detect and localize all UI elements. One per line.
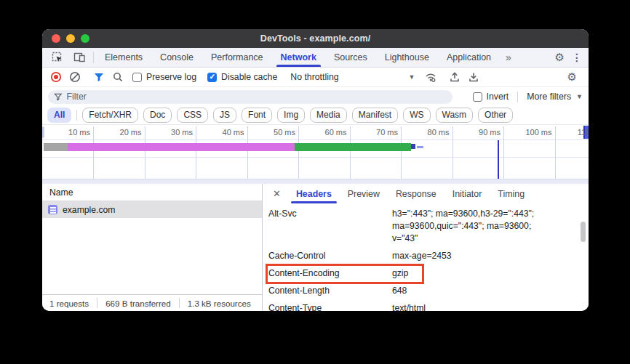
preserve-log-checkbox[interactable] bbox=[132, 73, 142, 82]
throttling-select[interactable]: No throttling ▼ bbox=[290, 72, 415, 82]
document-icon bbox=[48, 205, 57, 214]
minimize-window-button[interactable] bbox=[66, 34, 75, 43]
header-value: max-age=2453 bbox=[392, 250, 559, 262]
filter-input-pill[interactable] bbox=[48, 90, 452, 104]
details-tab-strip: ✕ Headers Preview Response Initiator Tim… bbox=[263, 184, 589, 203]
disable-cache-label: Disable cache bbox=[221, 72, 277, 82]
chip-other[interactable]: Other bbox=[478, 108, 513, 123]
more-filters-label: More filters bbox=[527, 92, 571, 102]
record-network-log-icon[interactable] bbox=[47, 68, 65, 86]
chip-ws[interactable]: WS bbox=[403, 108, 430, 123]
resource-type-filter-row: All Fetch/XHR Doc CSS JS Font Img Media … bbox=[42, 106, 589, 125]
tab-timing[interactable]: Timing bbox=[490, 184, 533, 203]
zoom-window-button[interactable] bbox=[81, 34, 89, 43]
window-title: DevTools - example.com/ bbox=[260, 33, 370, 44]
chip-media[interactable]: Media bbox=[310, 108, 347, 123]
network-conditions-icon[interactable] bbox=[421, 68, 440, 86]
chip-fetch-xhr[interactable]: Fetch/XHR bbox=[82, 108, 138, 123]
timeline-gridline bbox=[503, 126, 504, 179]
chip-wasm[interactable]: Wasm bbox=[436, 108, 474, 123]
invert-toggle[interactable]: Invert bbox=[473, 92, 509, 102]
waterfall-segment-download bbox=[295, 143, 411, 151]
tab-lighthouse[interactable]: Lighthouse bbox=[376, 48, 438, 67]
header-name: Content-Length bbox=[268, 285, 392, 297]
timeline-row-line bbox=[42, 157, 589, 158]
waterfall-segment-request bbox=[68, 143, 295, 151]
tab-console[interactable]: Console bbox=[151, 48, 202, 67]
tab-sources[interactable]: Sources bbox=[325, 48, 376, 67]
inspect-element-icon[interactable] bbox=[47, 48, 68, 67]
filter-input[interactable] bbox=[67, 92, 447, 102]
device-toolbar-icon[interactable] bbox=[68, 48, 91, 67]
vertical-scrollbar-thumb[interactable] bbox=[581, 222, 586, 242]
devtools-window: DevTools - example.com/ Elements Console… bbox=[42, 29, 589, 311]
close-window-button[interactable] bbox=[52, 34, 60, 43]
timeline-tick-label: 30 ms bbox=[152, 128, 193, 137]
timeline-tick-label: 110 ms bbox=[562, 128, 589, 137]
timeline-bottom-band bbox=[42, 179, 589, 184]
requests-panel: Name example.com 1 requests 669 B transf… bbox=[42, 184, 263, 311]
header-row-cache-control: Cache-Control max-age=2453 bbox=[268, 250, 589, 262]
clear-network-log-icon[interactable] bbox=[65, 68, 84, 86]
network-status-bar: 1 requests 669 B transferred 1.3 kB reso… bbox=[42, 294, 262, 311]
header-row-content-encoding: Content-Encoding gzip bbox=[268, 267, 589, 280]
waterfall-end-dash bbox=[417, 146, 423, 148]
header-value: text/html bbox=[392, 302, 559, 311]
timeline-tick-label: 50 ms bbox=[255, 128, 295, 137]
header-value: h3=":443"; ma=93600,h3-29=":443"; ma=936… bbox=[392, 208, 559, 245]
close-icon[interactable]: ✕ bbox=[270, 184, 288, 203]
search-icon[interactable] bbox=[108, 68, 127, 86]
timeline-gridline bbox=[93, 126, 94, 179]
request-row-example-com[interactable]: example.com bbox=[42, 201, 262, 218]
name-column-header[interactable]: Name bbox=[42, 184, 262, 201]
settings-gear-icon[interactable]: ⚙ bbox=[549, 48, 570, 67]
network-toolbar: Preserve log Disable cache No throttling… bbox=[42, 68, 589, 87]
filter-row: Invert More filters ▼ bbox=[42, 87, 589, 106]
tab-elements[interactable]: Elements bbox=[96, 48, 151, 67]
timeline-gridline bbox=[452, 126, 453, 179]
tab-performance[interactable]: Performance bbox=[202, 48, 272, 67]
kebab-menu-icon[interactable]: ⋮ bbox=[570, 48, 589, 67]
network-overview-timeline[interactable]: 10 ms20 ms30 ms40 ms50 ms60 ms70 ms80 ms… bbox=[42, 125, 589, 184]
overview-left-handle[interactable] bbox=[42, 126, 44, 138]
timeline-tick-label: 10 ms bbox=[49, 128, 90, 137]
chip-doc[interactable]: Doc bbox=[143, 108, 172, 123]
disable-cache-toggle[interactable]: Disable cache bbox=[207, 72, 283, 82]
preserve-log-toggle[interactable]: Preserve log bbox=[132, 72, 202, 82]
chip-css[interactable]: CSS bbox=[177, 108, 208, 123]
timeline-tick-label: 40 ms bbox=[204, 128, 244, 137]
chip-font[interactable]: Font bbox=[242, 108, 272, 123]
header-row-alt-svc: Alt-Svc h3=":443"; ma=93600,h3-29=":443"… bbox=[268, 208, 589, 245]
chip-img[interactable]: Img bbox=[277, 108, 305, 123]
header-row-content-type: Content-Type text/html bbox=[268, 302, 589, 311]
request-name: example.com bbox=[63, 205, 115, 215]
more-tabs-chevron-icon[interactable]: » bbox=[500, 48, 517, 67]
header-name: Cache-Control bbox=[268, 250, 392, 262]
timeline-tick-label: 60 ms bbox=[306, 128, 347, 137]
chip-all[interactable]: All bbox=[47, 108, 71, 123]
title-bar: DevTools - example.com/ bbox=[42, 29, 589, 48]
header-value: 648 bbox=[392, 285, 559, 297]
tab-response[interactable]: Response bbox=[388, 184, 444, 203]
invert-checkbox[interactable] bbox=[473, 92, 482, 102]
import-har-icon[interactable] bbox=[445, 68, 464, 86]
devtools-tab-bar: Elements Console Performance Network Sou… bbox=[42, 48, 589, 68]
tab-preview[interactable]: Preview bbox=[340, 184, 388, 203]
chip-manifest[interactable]: Manifest bbox=[352, 108, 398, 123]
timeline-tick-label: 100 ms bbox=[511, 128, 552, 137]
more-filters-button[interactable]: More filters ▼ bbox=[527, 92, 583, 102]
disable-cache-checkbox[interactable] bbox=[207, 73, 217, 82]
preserve-log-label: Preserve log bbox=[146, 72, 196, 82]
timeline-tick-label: 70 ms bbox=[357, 128, 398, 137]
filter-funnel-icon[interactable] bbox=[89, 68, 108, 86]
requests-count: 1 requests bbox=[49, 299, 89, 308]
filter-funnel-small-icon bbox=[54, 92, 63, 101]
tab-network[interactable]: Network bbox=[272, 48, 325, 67]
network-settings-gear-icon[interactable]: ⚙ bbox=[562, 70, 583, 84]
chip-js[interactable]: JS bbox=[213, 108, 236, 123]
tab-initiator[interactable]: Initiator bbox=[444, 184, 490, 203]
timeline-gridline bbox=[401, 126, 402, 179]
tab-headers[interactable]: Headers bbox=[288, 184, 340, 203]
export-har-icon[interactable] bbox=[464, 68, 483, 86]
tab-application[interactable]: Application bbox=[438, 48, 500, 67]
